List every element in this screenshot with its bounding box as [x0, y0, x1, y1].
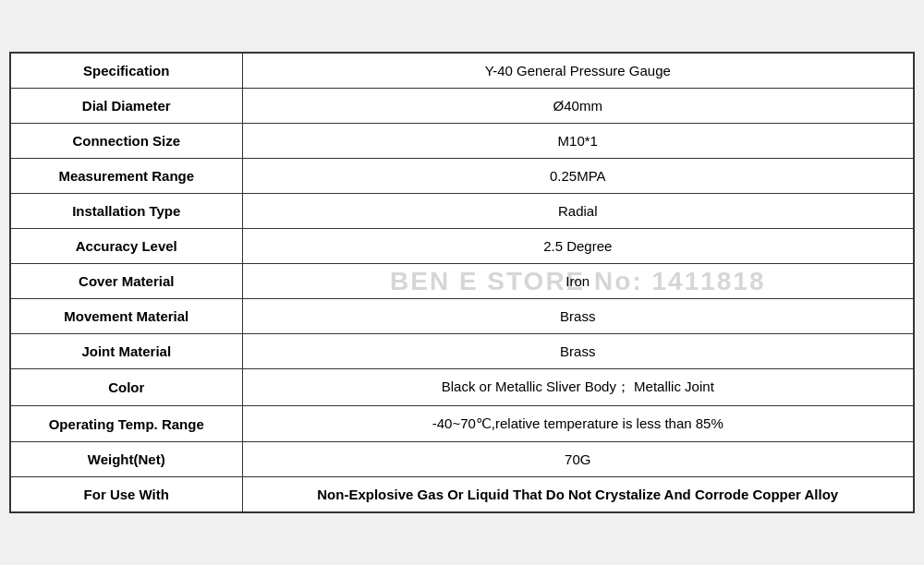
- value-text-12: Non-Explosive Gas Or Liquid That Do Not …: [317, 487, 838, 502]
- value-text-6: Iron: [565, 273, 590, 289]
- spec-label-10: Operating Temp. Range: [11, 406, 242, 442]
- spec-label-12: For Use With: [11, 477, 242, 512]
- spec-value-11: 70G: [242, 442, 913, 477]
- value-text-4: Radial: [558, 203, 598, 219]
- value-text-7: Brass: [560, 308, 595, 324]
- spec-value-12: Non-Explosive Gas Or Liquid That Do Not …: [242, 477, 913, 512]
- spec-label-9: Color: [11, 369, 242, 406]
- spec-value-9: Black or Metallic Sliver Body； Metallic …: [242, 369, 913, 406]
- value-text-10: -40~70℃,relative temperature is less tha…: [432, 415, 723, 431]
- value-text-2: M10*1: [558, 133, 598, 149]
- spec-label-0: Specification: [11, 54, 242, 89]
- spec-value-5: 2.5 Degree: [242, 229, 913, 264]
- spec-value-0: Y-40 General Pressure Gauge: [242, 54, 913, 89]
- value-text-11: 70G: [565, 451, 590, 467]
- spec-label-8: Joint Material: [11, 334, 242, 369]
- spec-value-3: 0.25MPA: [242, 159, 913, 194]
- spec-label-4: Installation Type: [11, 194, 242, 229]
- value-text-9: Black or Metallic Sliver Body； Metallic …: [442, 379, 714, 394]
- spec-label-11: Weight(Net): [11, 442, 242, 477]
- spec-label-1: Dial Diameter: [11, 89, 242, 124]
- spec-label-2: Connection Size: [11, 124, 242, 159]
- spec-label-5: Accuracy Level: [11, 229, 242, 264]
- value-text-0: Y-40 General Pressure Gauge: [485, 63, 671, 78]
- specification-table: SpecificationY-40 General Pressure Gauge…: [11, 54, 913, 511]
- spec-value-6: BEN E STORE No: 1411818Iron: [242, 264, 913, 299]
- value-text-8: Brass: [560, 343, 595, 359]
- value-text-1: Ø40mm: [553, 98, 602, 114]
- spec-value-8: Brass: [242, 334, 913, 369]
- spec-value-7: Brass: [242, 299, 913, 334]
- spec-label-7: Movement Material: [11, 299, 242, 334]
- spec-value-1: Ø40mm: [242, 89, 913, 124]
- value-text-3: 0.25MPA: [550, 168, 606, 184]
- spec-label-3: Measurement Range: [11, 159, 242, 194]
- spec-label-6: Cover Material: [11, 264, 242, 299]
- spec-value-10: -40~70℃,relative temperature is less tha…: [242, 406, 913, 442]
- spec-value-2: M10*1: [242, 124, 913, 159]
- spec-table-wrapper: SpecificationY-40 General Pressure Gauge…: [9, 52, 915, 513]
- value-text-5: 2.5 Degree: [543, 238, 612, 254]
- spec-value-4: Radial: [242, 194, 913, 229]
